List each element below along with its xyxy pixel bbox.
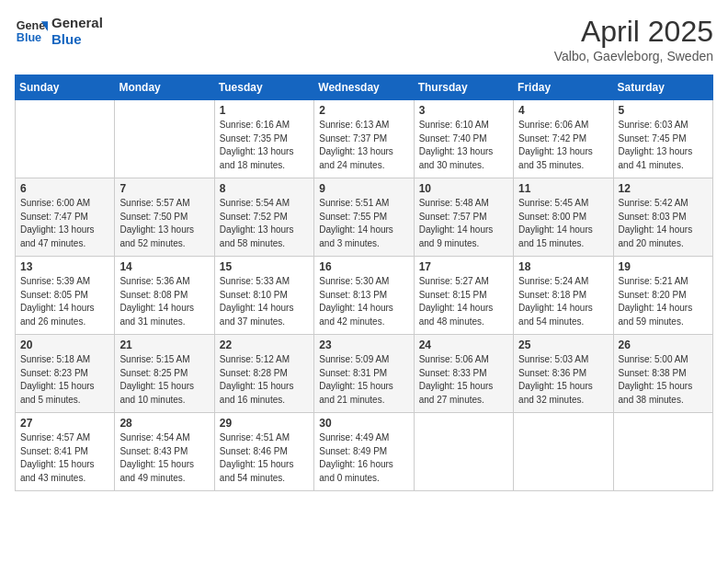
day-number: 26: [619, 339, 708, 351]
day-number: 12: [619, 182, 708, 195]
calendar-cell: [115, 100, 214, 178]
day-info: Sunrise: 5:00 AM Sunset: 8:38 PM Dayligh…: [619, 353, 708, 407]
location-subtitle: Valbo, Gaevleborg, Sweden: [554, 49, 713, 63]
day-header-monday: Monday: [115, 75, 214, 100]
calendar-cell: 28Sunrise: 4:54 AM Sunset: 8:43 PM Dayli…: [115, 413, 214, 491]
calendar-cell: 29Sunrise: 4:51 AM Sunset: 8:46 PM Dayli…: [214, 413, 313, 491]
day-number: 10: [419, 182, 508, 195]
week-row-3: 13Sunrise: 5:39 AM Sunset: 8:05 PM Dayli…: [16, 257, 713, 335]
calendar-cell: 22Sunrise: 5:12 AM Sunset: 8:28 PM Dayli…: [214, 335, 313, 413]
calendar-cell: 18Sunrise: 5:24 AM Sunset: 8:18 PM Dayli…: [514, 257, 613, 335]
calendar-cell: 27Sunrise: 4:57 AM Sunset: 8:41 PM Dayli…: [16, 413, 115, 491]
day-info: Sunrise: 6:06 AM Sunset: 7:42 PM Dayligh…: [518, 119, 608, 172]
calendar-cell: 14Sunrise: 5:36 AM Sunset: 8:08 PM Dayli…: [115, 257, 214, 335]
day-info: Sunrise: 5:27 AM Sunset: 8:15 PM Dayligh…: [419, 275, 508, 328]
calendar-cell: 7Sunrise: 5:57 AM Sunset: 7:50 PM Daylig…: [115, 178, 214, 257]
day-info: Sunrise: 5:42 AM Sunset: 8:03 PM Dayligh…: [619, 197, 708, 250]
day-info: Sunrise: 5:54 AM Sunset: 7:52 PM Dayligh…: [220, 197, 309, 250]
calendar-cell: 26Sunrise: 5:00 AM Sunset: 8:38 PM Dayli…: [613, 335, 712, 413]
day-info: Sunrise: 5:21 AM Sunset: 8:20 PM Dayligh…: [619, 275, 708, 328]
day-info: Sunrise: 5:18 AM Sunset: 8:23 PM Dayligh…: [20, 353, 109, 407]
calendar-cell: 23Sunrise: 5:09 AM Sunset: 8:31 PM Dayli…: [314, 335, 414, 413]
day-number: 6: [20, 182, 109, 195]
calendar-cell: 19Sunrise: 5:21 AM Sunset: 8:20 PM Dayli…: [613, 257, 712, 335]
day-number: 11: [518, 182, 608, 195]
calendar-cell: 6Sunrise: 6:00 AM Sunset: 7:47 PM Daylig…: [16, 178, 115, 257]
day-header-thursday: Thursday: [414, 75, 513, 100]
day-number: 4: [518, 104, 608, 117]
day-info: Sunrise: 5:51 AM Sunset: 7:55 PM Dayligh…: [319, 197, 408, 250]
calendar-cell: [613, 413, 712, 491]
calendar-cell: 10Sunrise: 5:48 AM Sunset: 7:57 PM Dayli…: [414, 178, 513, 257]
day-info: Sunrise: 5:57 AM Sunset: 7:50 PM Dayligh…: [119, 197, 209, 250]
day-info: Sunrise: 4:57 AM Sunset: 8:41 PM Dayligh…: [20, 431, 109, 485]
day-number: 3: [419, 104, 508, 117]
day-number: 14: [119, 260, 209, 273]
day-number: 2: [319, 104, 408, 117]
calendar-cell: [16, 100, 115, 178]
calendar-cell: 21Sunrise: 5:15 AM Sunset: 8:25 PM Dayli…: [115, 335, 214, 413]
day-info: Sunrise: 5:30 AM Sunset: 8:13 PM Dayligh…: [319, 275, 408, 328]
day-info: Sunrise: 6:10 AM Sunset: 7:40 PM Dayligh…: [419, 119, 508, 172]
day-header-friday: Friday: [514, 75, 613, 100]
calendar-cell: 4Sunrise: 6:06 AM Sunset: 7:42 PM Daylig…: [514, 100, 613, 178]
month-title: April 2025: [554, 15, 713, 49]
day-header-wednesday: Wednesday: [314, 75, 414, 100]
day-number: 18: [518, 260, 608, 273]
day-info: Sunrise: 5:12 AM Sunset: 8:28 PM Dayligh…: [220, 353, 309, 407]
day-number: 25: [518, 339, 608, 351]
day-number: 27: [20, 417, 109, 430]
logo-text-general: General: [51, 15, 103, 31]
calendar-cell: 24Sunrise: 5:06 AM Sunset: 8:33 PM Dayli…: [414, 335, 513, 413]
svg-text:Blue: Blue: [17, 31, 41, 44]
day-number: 29: [220, 417, 309, 430]
day-header-tuesday: Tuesday: [214, 75, 313, 100]
calendar-cell: 2Sunrise: 6:13 AM Sunset: 7:37 PM Daylig…: [314, 100, 414, 178]
day-number: 9: [319, 182, 408, 195]
day-info: Sunrise: 5:45 AM Sunset: 8:00 PM Dayligh…: [518, 197, 608, 250]
header: General Blue General Blue April 2025 Val…: [15, 15, 713, 63]
day-info: Sunrise: 6:13 AM Sunset: 7:37 PM Dayligh…: [319, 119, 408, 172]
week-row-2: 6Sunrise: 6:00 AM Sunset: 7:47 PM Daylig…: [16, 178, 713, 257]
calendar-cell: 1Sunrise: 6:16 AM Sunset: 7:35 PM Daylig…: [214, 100, 313, 178]
calendar-cell: 13Sunrise: 5:39 AM Sunset: 8:05 PM Dayli…: [16, 257, 115, 335]
calendar-cell: 17Sunrise: 5:27 AM Sunset: 8:15 PM Dayli…: [414, 257, 513, 335]
calendar-cell: 15Sunrise: 5:33 AM Sunset: 8:10 PM Dayli…: [214, 257, 313, 335]
day-info: Sunrise: 5:36 AM Sunset: 8:08 PM Dayligh…: [119, 275, 209, 328]
week-row-1: 1Sunrise: 6:16 AM Sunset: 7:35 PM Daylig…: [16, 100, 713, 178]
day-number: 16: [319, 260, 408, 273]
day-number: 1: [220, 104, 309, 117]
day-info: Sunrise: 5:48 AM Sunset: 7:57 PM Dayligh…: [419, 197, 508, 250]
calendar-cell: 16Sunrise: 5:30 AM Sunset: 8:13 PM Dayli…: [314, 257, 414, 335]
day-number: 30: [319, 417, 408, 430]
day-info: Sunrise: 5:09 AM Sunset: 8:31 PM Dayligh…: [319, 353, 408, 407]
day-number: 19: [619, 260, 708, 273]
day-info: Sunrise: 5:24 AM Sunset: 8:18 PM Dayligh…: [518, 275, 608, 328]
day-info: Sunrise: 5:15 AM Sunset: 8:25 PM Dayligh…: [119, 353, 209, 407]
day-info: Sunrise: 4:54 AM Sunset: 8:43 PM Dayligh…: [119, 431, 209, 485]
day-header-saturday: Saturday: [613, 75, 712, 100]
calendar-cell: 5Sunrise: 6:03 AM Sunset: 7:45 PM Daylig…: [613, 100, 712, 178]
day-number: 28: [119, 417, 209, 430]
day-info: Sunrise: 5:33 AM Sunset: 8:10 PM Dayligh…: [220, 275, 309, 328]
logo: General Blue General Blue: [15, 15, 103, 48]
calendar-cell: 3Sunrise: 6:10 AM Sunset: 7:40 PM Daylig…: [414, 100, 513, 178]
day-info: Sunrise: 6:00 AM Sunset: 7:47 PM Dayligh…: [20, 197, 109, 250]
day-header-sunday: Sunday: [16, 75, 115, 100]
calendar-cell: 8Sunrise: 5:54 AM Sunset: 7:52 PM Daylig…: [214, 178, 313, 257]
day-info: Sunrise: 4:49 AM Sunset: 8:49 PM Dayligh…: [319, 431, 408, 485]
calendar-cell: 30Sunrise: 4:49 AM Sunset: 8:49 PM Dayli…: [314, 413, 414, 491]
title-area: April 2025 Valbo, Gaevleborg, Sweden: [554, 15, 713, 63]
header-row: SundayMondayTuesdayWednesdayThursdayFrid…: [16, 75, 713, 100]
day-number: 22: [220, 339, 309, 351]
day-number: 20: [20, 339, 109, 351]
day-number: 24: [419, 339, 508, 351]
calendar-cell: 20Sunrise: 5:18 AM Sunset: 8:23 PM Dayli…: [16, 335, 115, 413]
day-info: Sunrise: 6:03 AM Sunset: 7:45 PM Dayligh…: [619, 119, 708, 172]
day-number: 21: [119, 339, 209, 351]
day-number: 5: [619, 104, 708, 117]
calendar-cell: 11Sunrise: 5:45 AM Sunset: 8:00 PM Dayli…: [514, 178, 613, 257]
day-number: 8: [220, 182, 309, 195]
day-number: 7: [119, 182, 209, 195]
calendar-cell: 9Sunrise: 5:51 AM Sunset: 7:55 PM Daylig…: [314, 178, 414, 257]
